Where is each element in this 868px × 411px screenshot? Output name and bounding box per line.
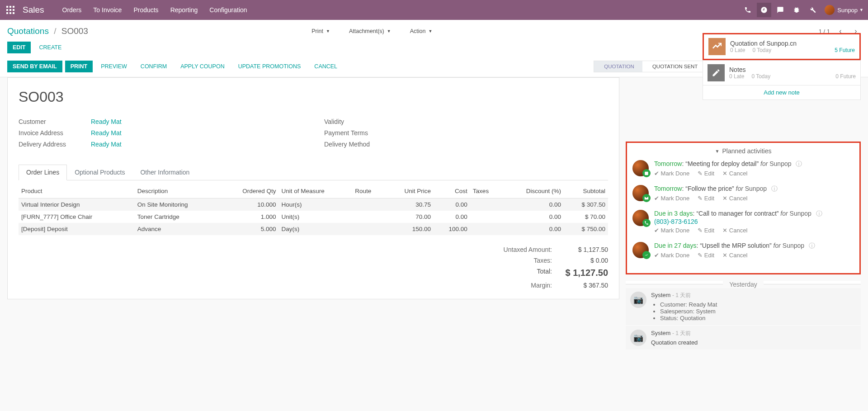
user-menu[interactable]: Sunpop ▼ (825, 5, 863, 15)
field-delivery-address[interactable]: Ready Mat (91, 141, 122, 148)
day-separator: Yesterday (626, 281, 861, 284)
table-row[interactable]: [Deposit] DepositAdvance5.000Day(s)150.0… (19, 223, 608, 235)
activity-item: Due in 27 days: “Upsell the MRP solution… (632, 241, 854, 260)
bug-icon[interactable] (789, 3, 804, 17)
total-amount: $ 1,127.50 (563, 268, 608, 278)
tab-optional-products[interactable]: Optional Products (67, 165, 132, 180)
tab-order-lines[interactable]: Order Lines (19, 165, 67, 180)
nav-link-to-invoice[interactable]: To Invoice (93, 6, 122, 14)
camera-icon: 📷 (630, 292, 646, 308)
apps-icon[interactable] (5, 4, 16, 16)
confirm-button[interactable]: CONFIRM (135, 61, 172, 72)
svg-rect-2 (13, 6, 14, 8)
activity-avatar (632, 210, 649, 226)
edit-activity-button[interactable]: ✎ Edit (698, 252, 714, 259)
svg-rect-4 (9, 9, 11, 11)
nav-link-products[interactable]: Products (133, 6, 158, 14)
print-dropdown[interactable]: Print▼ (306, 25, 335, 37)
phone-icon[interactable] (741, 3, 755, 17)
nav-link-orders[interactable]: Orders (62, 6, 82, 14)
card-title: Quotation of Sunpop.cn (730, 40, 855, 47)
field-invoice-address[interactable]: Ready Mat (91, 129, 122, 137)
mark-done-button[interactable]: ✔ Mark Done (654, 170, 689, 177)
app-brand[interactable]: Sales (23, 5, 44, 15)
create-button[interactable]: CREATE (33, 42, 67, 53)
activity-avatar (632, 160, 649, 176)
mark-done-button[interactable]: ✔ Mark Done (654, 227, 689, 234)
mail-icon (642, 194, 651, 202)
edit-activity-button[interactable]: ✎ Edit (698, 227, 714, 234)
cancel-button[interactable]: CANCEL (309, 61, 343, 72)
svg-rect-8 (13, 12, 14, 14)
note-icon (708, 64, 725, 81)
svg-rect-0 (6, 6, 8, 8)
chart-icon (642, 251, 651, 259)
cancel-activity-button[interactable]: ✕ Cancel (722, 227, 747, 234)
action-dropdown[interactable]: Action▼ (405, 25, 438, 37)
breadcrumb-current: SO003 (61, 26, 88, 36)
table-row[interactable]: Virtual Interior DesignOn Site Monitorin… (19, 198, 608, 211)
cancel-activity-button[interactable]: ✕ Cancel (722, 252, 747, 259)
user-name: Sunpop (837, 7, 858, 14)
notes-card[interactable]: Notes 0 Late 0 Today 0 Future (703, 60, 861, 85)
nav-link-reporting[interactable]: Reporting (170, 6, 198, 14)
breadcrumb: Quotations / SO003 (7, 26, 88, 36)
svg-rect-3 (6, 9, 8, 11)
edit-activity-button[interactable]: ✎ Edit (698, 195, 714, 202)
order-lines-table: ProductDescriptionOrdered QtyUnit of Mea… (19, 184, 608, 235)
tab-other-information[interactable]: Other Information (132, 165, 197, 180)
future-count: 5 Future (835, 47, 855, 53)
camera-icon: 📷 (630, 330, 646, 346)
chat-icon[interactable] (773, 3, 788, 17)
top-navbar: Sales OrdersTo InvoiceProductsReportingC… (0, 0, 868, 20)
activity-phone[interactable]: (803)-873-6126 (654, 218, 854, 225)
add-note-button[interactable]: Add new note (703, 85, 861, 100)
apply-coupon-button[interactable]: APPLY COUPON (175, 61, 230, 72)
cancel-activity-button[interactable]: ✕ Cancel (722, 195, 747, 202)
form-sheet: SO003 CustomerReady MatInvoice AddressRe… (7, 77, 619, 299)
chart-icon (708, 38, 726, 55)
update-promotions-button[interactable]: UPDATE PROMOTIONS (233, 61, 307, 72)
tools-icon[interactable] (806, 3, 820, 17)
svg-rect-5 (13, 9, 14, 11)
svg-rect-9 (645, 172, 648, 175)
edit-button[interactable]: EDIT (7, 42, 31, 53)
svg-rect-6 (6, 12, 8, 14)
cancel-activity-button[interactable]: ✕ Cancel (722, 170, 747, 177)
status-step-quotation-sent[interactable]: QUOTATION SENT (642, 61, 706, 72)
status-step-quotation[interactable]: QUOTATION (594, 61, 642, 72)
totals: Untaxed Amount:$ 1,127.50 Taxes:$ 0.00 T… (481, 244, 608, 291)
avatar (825, 5, 835, 15)
log-entry: 📷System - 1 天前Customer: Ready MatSalespe… (626, 288, 861, 325)
tabs: Order LinesOptional ProductsOther Inform… (19, 165, 608, 180)
mark-done-button[interactable]: ✔ Mark Done (654, 252, 689, 259)
nav-link-configuration[interactable]: Configuration (209, 6, 247, 14)
activity-avatar (632, 242, 649, 258)
breadcrumb-root[interactable]: Quotations (7, 26, 49, 36)
calendar-icon (642, 169, 651, 177)
activity-item: Tomorrow: “Meeting for deploy detail” fo… (632, 159, 854, 178)
chatter-sidebar: Quotation of Sunpop.cn 0 Late 0 Today 5 … (626, 77, 861, 350)
table-row[interactable]: [FURN_7777] Office ChairToner Cartridge1… (19, 211, 608, 223)
send-email-button[interactable]: SEND BY EMAIL (7, 61, 62, 72)
print-button[interactable]: PRINT (65, 61, 93, 72)
margin-amount: $ 367.50 (563, 282, 608, 289)
svg-rect-7 (9, 12, 11, 14)
edit-activity-button[interactable]: ✎ Edit (698, 170, 714, 177)
preview-button[interactable]: PREVIEW (95, 61, 132, 72)
activities-header[interactable]: ▼Planned activities (632, 147, 854, 155)
svg-rect-1 (9, 6, 11, 8)
so-title: SO003 (19, 89, 608, 105)
field-customer[interactable]: Ready Mat (91, 118, 122, 125)
activity-item: Due in 3 days: “Call to manager for cont… (632, 209, 854, 235)
clock-icon[interactable] (757, 3, 771, 17)
attachments-dropdown[interactable]: Attachment(s)▼ (344, 25, 396, 37)
quotation-card[interactable]: Quotation of Sunpop.cn 0 Late 0 Today 5 … (703, 33, 861, 60)
activity-avatar (632, 185, 649, 201)
log-entry: 📷System - 1 天前Quotation created (626, 326, 861, 350)
phone-icon (642, 219, 651, 227)
activity-item: Tomorrow: “Follow the price” for Sunpop … (632, 184, 854, 203)
taxes-amount: $ 0.00 (563, 257, 608, 264)
activities-panel: ▼Planned activities Tomorrow: “Meeting f… (626, 142, 861, 274)
mark-done-button[interactable]: ✔ Mark Done (654, 195, 689, 202)
